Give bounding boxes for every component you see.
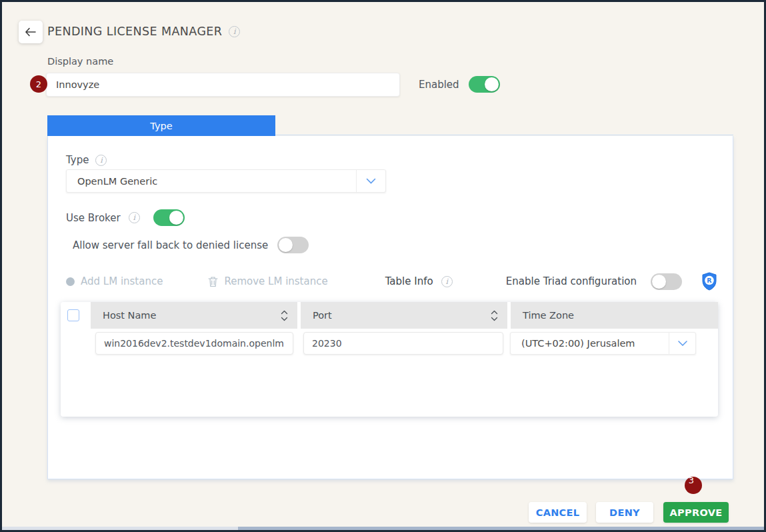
svg-text:R: R bbox=[707, 277, 712, 284]
time-zone-select[interactable]: (UTC+02:00) Jerusalem bbox=[510, 332, 696, 355]
window-bottom-edge bbox=[2, 527, 764, 530]
remove-lm-instance-button[interactable]: Remove LM instance bbox=[208, 275, 327, 287]
page-title: PENDING LICENSE MANAGER i bbox=[47, 25, 240, 38]
fallback-label: Allow server fall back to denied license bbox=[73, 239, 268, 251]
trash-icon bbox=[208, 276, 218, 287]
add-lm-instance-label: Add LM instance bbox=[81, 275, 163, 287]
lm-instances-table: Host Name Port Time Zone (UTC+02:00) Jer… bbox=[61, 302, 718, 417]
display-name-input[interactable] bbox=[46, 73, 400, 97]
chevron-down-icon[interactable] bbox=[356, 170, 385, 192]
page-title-text: PENDING LICENSE MANAGER bbox=[47, 25, 222, 38]
triad-toggle[interactable] bbox=[651, 273, 682, 290]
type-select[interactable]: OpenLM Generic bbox=[66, 169, 386, 193]
info-icon[interactable]: i bbox=[95, 155, 107, 166]
column-header-host-name[interactable]: Host Name bbox=[91, 302, 297, 329]
annotation-badge-3: 3 bbox=[685, 477, 702, 494]
approve-button[interactable]: APPROVE bbox=[663, 502, 729, 523]
tab-strip: Type bbox=[47, 115, 733, 135]
fallback-toggle[interactable] bbox=[277, 237, 309, 253]
back-button[interactable] bbox=[19, 21, 43, 43]
sort-icon[interactable] bbox=[281, 310, 288, 321]
table-header: Host Name Port Time Zone bbox=[91, 302, 718, 329]
tab-type[interactable]: Type bbox=[47, 115, 275, 136]
use-broker-label: Use Broker bbox=[66, 212, 121, 224]
chevron-down-icon[interactable] bbox=[669, 333, 695, 354]
time-zone-value: (UTC+02:00) Jerusalem bbox=[511, 338, 669, 349]
info-icon[interactable]: i bbox=[129, 212, 140, 223]
port-input[interactable] bbox=[303, 332, 503, 355]
column-header-time-zone[interactable]: Time Zone bbox=[511, 302, 718, 329]
column-header-port[interactable]: Port bbox=[301, 302, 507, 329]
arrow-left-icon bbox=[25, 27, 37, 37]
table-info-label: Table Info bbox=[385, 275, 433, 287]
pending-license-manager-screen: PENDING LICENSE MANAGER i Display name 2… bbox=[0, 0, 766, 532]
deny-button[interactable]: DENY bbox=[596, 502, 653, 523]
select-all-checkbox[interactable] bbox=[67, 309, 79, 321]
sort-icon[interactable] bbox=[491, 310, 498, 321]
shield-r-icon[interactable]: R bbox=[701, 272, 717, 291]
display-name-label: Display name bbox=[47, 56, 113, 67]
type-field-label: Type bbox=[66, 154, 89, 166]
enabled-label: Enabled bbox=[419, 79, 459, 91]
add-instance-icon bbox=[66, 277, 75, 286]
info-icon[interactable]: i bbox=[441, 276, 453, 287]
use-broker-toggle[interactable] bbox=[153, 209, 185, 226]
cancel-button[interactable]: CANCEL bbox=[529, 502, 587, 523]
type-select-value: OpenLM Generic bbox=[67, 176, 356, 187]
host-name-input[interactable] bbox=[95, 332, 293, 355]
add-lm-instance-button[interactable]: Add LM instance bbox=[66, 275, 163, 287]
info-icon[interactable]: i bbox=[229, 26, 240, 37]
triad-label: Enable Triad configuration bbox=[506, 275, 637, 287]
annotation-badge-2: 2 bbox=[30, 75, 47, 93]
enabled-toggle[interactable] bbox=[469, 76, 500, 93]
remove-lm-instance-label: Remove LM instance bbox=[224, 275, 327, 287]
